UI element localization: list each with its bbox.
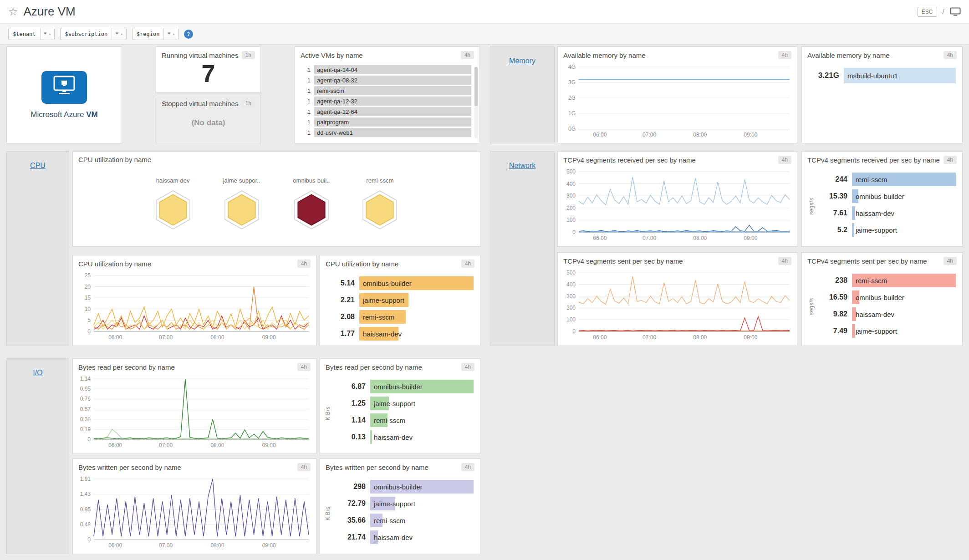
series-remi-sscm	[579, 177, 790, 205]
list-row[interactable]: 9.82haissam-dev	[819, 307, 956, 321]
list-row-label: jaime-support	[363, 296, 404, 304]
bytes-read-line-chart[interactable]: 00.190.380.570.760.951.1406:0007:0008:00…	[94, 379, 309, 440]
y-axis-tick: 5	[87, 317, 91, 323]
filter-pill-tenant[interactable]: $tenant * ▾	[8, 28, 55, 40]
line-plot-area[interactable]: 00.190.380.570.760.951.1406:0007:0008:00…	[94, 379, 309, 440]
honeycomb-cell[interactable]: remi-sscm	[362, 177, 397, 229]
filter-bar: $tenant * ▾ $subscription * ▾ $region * …	[0, 24, 969, 45]
filter-value-dropdown[interactable]: * ▾	[40, 28, 55, 40]
top-bar: ☆ Azure VM ESC /	[0, 0, 969, 24]
time-window-badge: 4h	[944, 257, 957, 265]
list-row[interactable]: 298omnibus-builder	[337, 480, 474, 494]
list-row[interactable]: 21.74haissam-dev	[337, 530, 474, 544]
section-link-io[interactable]: I/O	[33, 369, 42, 377]
scrollbar-thumb[interactable]	[474, 67, 478, 106]
filter-pill-region[interactable]: $region * ▾	[132, 28, 178, 40]
list-row[interactable]: 2.08remi-sscm	[326, 310, 474, 324]
honeycomb-cell[interactable]: omnibus-buil..	[293, 177, 330, 229]
list-row[interactable]: 238remi-sscm	[819, 274, 956, 287]
list-row-value: 9.82	[819, 310, 847, 318]
tcp-sent-list-chart[interactable]: segs/s238remi-sscm16.59omnibus-builder9.…	[819, 274, 956, 340]
help-icon[interactable]: ?	[184, 30, 193, 39]
available-memory-line-chart[interactable]: 0G1G2G3G4G06:0007:0008:0009:00	[579, 67, 790, 129]
scrollbar[interactable]	[474, 67, 478, 138]
list-row[interactable]: 5.2jaime-support	[819, 223, 956, 237]
honeycomb-cell[interactable]: haissam-dev	[156, 177, 190, 229]
bytes-written-list-chart[interactable]: KiB/s298omnibus-builder72.79jaime-suppor…	[337, 480, 474, 548]
fullscreen-display-icon[interactable]	[950, 7, 961, 16]
list-row[interactable]: 1.14remi-sscm	[337, 413, 474, 427]
list-row-bar-area: jaime-support	[852, 324, 956, 338]
section-link-network[interactable]: Network	[509, 162, 536, 169]
list-row[interactable]: 1dd-usrv-web1	[301, 128, 471, 137]
card-tcp-received-list: TCPv4 segments received per sec by name …	[801, 151, 963, 247]
x-axis-tick: 07:00	[159, 442, 173, 448]
list-row[interactable]: 15.39omnibus-builder	[819, 189, 956, 203]
list-row-value: 6.87	[337, 382, 366, 391]
esc-key-badge[interactable]: ESC	[918, 7, 937, 17]
dashboard-board: VM Microsoft Azure VM Running virtual ma…	[0, 45, 969, 560]
list-row[interactable]: 2.21jaime-support	[326, 293, 474, 307]
list-row[interactable]: 1agent-qa-08-32	[301, 76, 471, 85]
caret-down-icon: ▾	[173, 32, 175, 36]
tcp-received-list-chart[interactable]: segs/s244remi-sscm15.39omnibus-builder7.…	[819, 173, 956, 241]
list-row[interactable]: 7.61haissam-dev	[819, 206, 956, 220]
list-row[interactable]: 5.14omnibus-builder	[326, 276, 474, 290]
section-card-io: I/O	[6, 358, 69, 554]
line-plot-area[interactable]: 00.480.951.431.9106:0007:0008:0009:00	[94, 479, 309, 540]
honeycomb-cell[interactable]: jaime-suppor..	[223, 177, 260, 229]
list-row[interactable]: 1agent-qa-14-04	[301, 65, 471, 74]
list-row[interactable]: 3.21Gmsbuild-ubuntu1	[808, 68, 956, 83]
list-row[interactable]: 1pairprogram	[301, 117, 471, 127]
list-row[interactable]: 16.59omnibus-builder	[819, 290, 956, 304]
available-memory-list-chart[interactable]: 3.21Gmsbuild-ubuntu1	[808, 68, 956, 137]
x-axis-tick: 09:00	[744, 334, 757, 341]
list-row[interactable]: 0.13haissam-dev	[337, 430, 474, 444]
bytes-read-list-chart[interactable]: KiB/s6.87omnibus-builder1.25jaime-suppor…	[337, 380, 474, 448]
list-row[interactable]: 35.66remi-sscm	[337, 514, 474, 527]
card-title: Stopped virtual machines	[162, 100, 238, 107]
card-title: TCPv4 segments received per sec by name	[807, 156, 940, 164]
list-row[interactable]: 7.49jaime-support	[819, 324, 956, 338]
active-vms-list-chart[interactable]: 1agent-qa-14-041agent-qa-08-321remi-sscm…	[301, 65, 471, 137]
filter-value-dropdown[interactable]: * ▾	[112, 28, 126, 40]
line-plot-area[interactable]: 0G1G2G3G4G06:0007:0008:0009:00	[579, 67, 790, 129]
tcp-received-line-chart[interactable]: 010020030040050006:0007:0008:0009:00	[579, 172, 790, 233]
filter-pill-subscription[interactable]: $subscription * ▾	[60, 28, 127, 40]
list-row-label: haissam-dev	[374, 433, 413, 441]
bytes-written-line-chart[interactable]: 00.480.951.431.9106:0007:0008:0009:00	[94, 479, 309, 540]
hexagon-icon	[294, 190, 329, 229]
y-axis-tick: 0.76	[80, 396, 91, 402]
list-row-label: remi-sscm	[363, 313, 394, 321]
cpu-honeycomb-chart[interactable]: haissam-devjaime-suppor..omnibus-buil..r…	[78, 170, 474, 241]
list-row[interactable]: 1agent-qa-12-64	[301, 107, 471, 116]
list-row[interactable]: 1remi-sscm	[301, 86, 471, 95]
y-axis-tick: 0.38	[80, 416, 91, 423]
list-row[interactable]: 1.77haissam-dev	[326, 327, 474, 341]
section-link-cpu[interactable]: CPU	[30, 162, 46, 169]
cpu-utilization-line-chart[interactable]: 051015202506:0007:0008:0009:00	[94, 275, 309, 332]
list-row-bar	[852, 324, 855, 338]
list-row[interactable]: 244remi-sscm	[819, 173, 956, 186]
favorite-star-icon[interactable]: ☆	[8, 6, 18, 17]
card-title: Bytes read per second by name	[326, 363, 422, 371]
list-row[interactable]: 1.25jaime-support	[337, 397, 474, 410]
cpu-utilization-list-chart[interactable]: 5.14omnibus-builder2.21jaime-support2.08…	[326, 276, 474, 340]
axis-unit-label: KiB/s	[325, 407, 331, 421]
list-row-label: haissam-dev	[374, 534, 413, 541]
list-row[interactable]: 72.79jaime-support	[337, 497, 474, 510]
list-row[interactable]: 6.87omnibus-builder	[337, 380, 474, 393]
card-cpu-line: CPU utilization by name 4h 051015202506:…	[72, 255, 316, 346]
time-window-badge: 1h	[242, 51, 255, 59]
filter-value-dropdown[interactable]: * ▾	[163, 28, 178, 40]
time-window-badge: 4h	[297, 260, 311, 268]
honeycomb-cell-label: remi-sscm	[366, 177, 393, 184]
filter-label: $tenant	[9, 28, 40, 40]
line-plot-area[interactable]: 010020030040050006:0007:0008:0009:00	[579, 172, 790, 233]
x-axis-tick: 09:00	[744, 132, 757, 138]
line-plot-area[interactable]: 010020030040050006:0007:0008:0009:00	[579, 273, 790, 332]
list-row[interactable]: 1agent-qa-12-32	[301, 97, 471, 106]
tcp-sent-line-chart[interactable]: 010020030040050006:0007:0008:0009:00	[579, 273, 790, 332]
line-plot-area[interactable]: 051015202506:0007:0008:0009:00	[94, 275, 309, 332]
section-link-memory[interactable]: Memory	[509, 57, 536, 65]
